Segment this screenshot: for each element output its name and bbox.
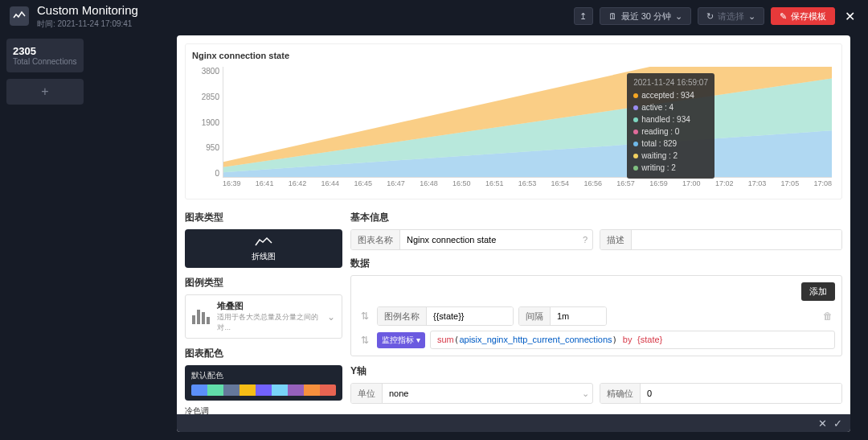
legend-type-select[interactable]: 堆叠图 适用于各大类总量及分量之间的对... ⌄ [185,294,342,339]
chart-name-field[interactable]: 图表名称 ? [350,229,593,250]
add-query-button[interactable]: 添加 [801,282,835,301]
data-config-block: 添加 ⇅ 图例名称 间隔 🗑 [350,275,842,356]
interval-input[interactable] [551,307,606,325]
app-logo [10,6,29,26]
chart-desc-field[interactable]: 描述 [600,229,842,250]
palette-default[interactable]: 默认配色 [185,365,342,401]
interval-field[interactable]: 间隔 [518,306,607,326]
chart-tooltip: 2021-11-24 16:59:07 accepted : 934active… [627,73,714,179]
palette-cool[interactable]: 冷色调 [185,405,342,414]
chart-name-input[interactable] [400,230,578,249]
metric-value: 2305 [13,45,77,57]
x-axis: 16:3916:4116:4216:4416:4516:4716:4816:50… [223,179,832,192]
time-range-select[interactable]: 🗓 最近 30 分钟 ⌄ [600,7,691,25]
chevron-down-icon: ▾ [416,335,420,344]
confirm-button[interactable]: ✓ [833,417,842,430]
chart-type-line[interactable]: 折线图 [185,229,342,268]
legend-name-field[interactable]: 图例名称 [377,306,514,326]
precision-field[interactable]: 精确位 [600,383,842,404]
chevron-down-icon: ⌄ [748,11,755,22]
help-icon[interactable]: ? [578,230,592,249]
chevron-down-icon[interactable]: ⌄ [578,384,592,403]
chart-title: Nginx connection state [192,51,835,60]
delete-query-button[interactable]: 🗑 [821,310,835,322]
drag-handle-icon[interactable]: ⇅ [358,310,372,322]
save-template-button[interactable]: ✎ 保存模板 [771,7,835,25]
page-title: Custom Monitoring [37,3,138,17]
unit-field[interactable]: 单位 ⌄ [350,383,593,404]
export-button[interactable]: ↥ [574,7,593,25]
line-chart-icon [255,236,272,249]
add-card-button[interactable]: + [6,79,84,105]
legend-name-input[interactable] [427,307,513,325]
page-header: Custom Monitoring 时间: 2021-11-24 17:09:4… [0,0,868,32]
close-button[interactable]: ✕ [841,9,858,24]
cancel-button[interactable]: ✕ [818,417,827,430]
chevron-down-icon: ⌄ [675,11,682,22]
y-axis: 3800285019009500 [192,67,219,178]
chart-desc-input[interactable] [632,230,841,249]
section-basic-info: 基本信息 [350,211,842,224]
precision-input[interactable] [641,384,841,403]
refresh-select[interactable]: ↻ 请选择 ⌄ [698,7,764,25]
section-palette: 图表配色 [185,347,342,360]
page-timestamp: 时间: 2021-11-24 17:09:41 [37,19,138,30]
drag-handle-icon[interactable]: ⇅ [358,335,372,346]
metric-card[interactable]: 2305 Total Connections [6,39,84,72]
sidebar: 2305 Total Connections + [6,39,84,105]
edit-panel: Nginx connection state 3800285019009500 … [177,35,850,432]
panel-footer: ✕ ✓ [177,414,850,432]
section-chart-type: 图表类型 [185,211,342,224]
refresh-icon: ↻ [706,11,714,22]
chevron-down-icon: ⌄ [327,311,335,323]
section-data: 数据 [350,257,842,270]
chart-preview: Nginx connection state 3800285019009500 … [185,43,842,199]
unit-input[interactable] [383,384,578,403]
chart-plot[interactable] [223,67,832,178]
pencil-icon: ✎ [780,11,787,22]
metric-expression-input[interactable]: sum(apisix_nginx_http_current_connection… [430,331,835,349]
metric-label-tag[interactable]: 监控指标 ▾ [377,332,425,348]
metric-label: Total Connections [13,57,77,66]
calendar-icon: 🗓 [608,11,617,21]
section-yaxis: Y轴 [350,364,842,378]
stacked-bar-icon [192,310,211,324]
section-legend-type: 图例类型 [185,276,342,290]
